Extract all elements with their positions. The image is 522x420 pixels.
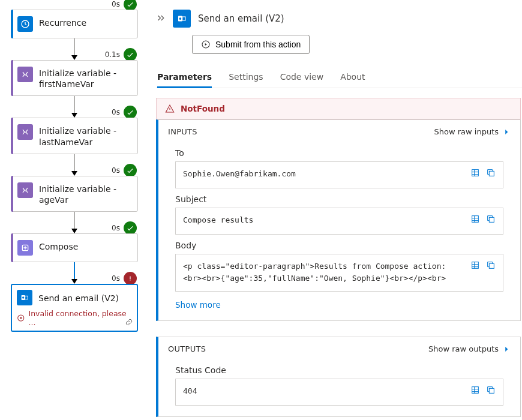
field-value: <p class="editor-paragraph">Results from…	[183, 260, 464, 286]
field-status-code: Status Code404	[175, 365, 503, 406]
outputs-title: OUTPUTS	[168, 344, 206, 353]
accent-bar	[11, 176, 13, 212]
flow-step-compose[interactable]: 0sCompose	[11, 233, 138, 262]
connector-arrow-icon	[71, 212, 77, 233]
variable-icon	[17, 67, 33, 82]
copy-icon[interactable]	[486, 260, 496, 274]
field-value: Compose results	[183, 214, 464, 227]
submit-from-action-button[interactable]: Submit from this action	[192, 35, 310, 54]
inputs-title: INPUTS	[168, 127, 197, 136]
step-label: Initialize variable - firstNameVar	[39, 67, 131, 89]
step-label: Recurrence	[39, 16, 86, 28]
tab-about[interactable]: About	[340, 67, 365, 88]
clock-icon	[17, 16, 33, 32]
step-duration: 0s	[112, 108, 120, 116]
field-to: ToSophie.Owen@fabrikam.com	[175, 148, 503, 188]
field-value: Sophie.Owen@fabrikam.com	[183, 168, 464, 181]
field-value-box: Compose results	[175, 208, 503, 235]
tab-settings[interactable]: Settings	[229, 67, 263, 88]
detail-panel: Send an email (V2) Submit from this acti…	[144, 0, 522, 420]
copy-icon[interactable]	[486, 168, 496, 182]
field-value-box: <p class="editor-paragraph">Results from…	[175, 254, 503, 292]
step-error-message: Invalid connection, please ...	[17, 309, 132, 327]
flow-step-send-email[interactable]: 0sSend an email (V2)Invalid connection, …	[11, 284, 138, 332]
connector-arrow-icon	[71, 262, 77, 284]
field-label: Body	[175, 241, 503, 250]
collapse-panel-button[interactable]	[156, 13, 166, 25]
flow-step-recurrence[interactable]: 0sRecurrence	[11, 10, 138, 38]
step-label: Initialize variable - lastNameVar	[39, 124, 131, 147]
success-icon	[124, 48, 137, 61]
field-label: Status Code	[175, 365, 503, 375]
table-view-icon[interactable]	[470, 214, 480, 228]
field-value: 404	[183, 385, 464, 398]
field-label: To	[175, 148, 503, 158]
field-label: Subject	[175, 194, 503, 204]
flow-step-init-first[interactable]: 0.1sInitialize variable - firstNameVar	[11, 60, 138, 96]
copy-icon[interactable]	[486, 385, 496, 399]
step-label: Send an email (V2)	[38, 292, 119, 304]
step-duration: 0s	[112, 0, 120, 8]
show-raw-outputs-button[interactable]: Show raw outputs	[428, 344, 511, 353]
variable-icon	[17, 182, 33, 198]
variable-icon	[17, 124, 33, 140]
accent-bar	[11, 60, 13, 96]
step-duration: 0.1s	[105, 50, 120, 59]
tab-codeview[interactable]: Code view	[280, 67, 324, 88]
show-raw-inputs-button[interactable]: Show raw inputs	[434, 127, 511, 136]
show-raw-inputs-label: Show raw inputs	[434, 127, 499, 136]
compose-icon	[17, 240, 33, 256]
step-label: Initialize variable - ageVar	[39, 182, 131, 205]
accent-bar	[11, 10, 13, 38]
error-icon	[124, 272, 137, 285]
success-icon	[124, 106, 137, 119]
connector-arrow-icon	[71, 154, 77, 176]
accent-bar	[11, 118, 13, 154]
show-raw-outputs-label: Show raw outputs	[428, 344, 499, 353]
tabs: ParametersSettingsCode viewAbout	[156, 67, 522, 88]
connector-arrow-icon	[71, 38, 77, 60]
table-view-icon[interactable]	[470, 385, 480, 399]
step-duration: 0s	[112, 224, 120, 232]
table-view-icon[interactable]	[470, 168, 480, 182]
flow-step-init-age[interactable]: 0sInitialize variable - ageVar	[11, 176, 138, 212]
show-more-button[interactable]: Show more	[175, 300, 503, 310]
inputs-section: INPUTS Show raw inputs ToSophie.Owen@fab…	[156, 119, 521, 321]
field-subject: SubjectCompose results	[175, 194, 503, 235]
error-banner: NotFound	[156, 98, 521, 119]
field-value-box: Sophie.Owen@fabrikam.com	[175, 161, 503, 188]
detail-title: Send an email (V2)	[198, 13, 284, 24]
success-icon	[124, 221, 137, 235]
outlook-icon	[173, 10, 191, 28]
step-label: Compose	[39, 240, 78, 252]
field-body: Body<p class="editor-paragraph">Results …	[175, 241, 503, 292]
connector-arrow-icon	[71, 96, 77, 118]
outputs-section: OUTPUTS Show raw outputs Status Code404	[156, 337, 521, 417]
success-icon	[124, 164, 137, 177]
link-icon	[125, 318, 133, 328]
accent-bar	[11, 233, 13, 262]
error-banner-text: NotFound	[181, 104, 225, 113]
field-value-box: 404	[175, 379, 503, 406]
step-duration: 0s	[112, 274, 120, 283]
copy-icon[interactable]	[486, 214, 496, 228]
step-duration: 0s	[112, 166, 120, 175]
tab-parameters[interactable]: Parameters	[157, 67, 212, 88]
flow-steps-column: 0sRecurrence0.1sInitialize variable - fi…	[0, 0, 144, 420]
flow-step-init-last[interactable]: 0sInitialize variable - lastNameVar	[11, 118, 138, 154]
submit-label: Submit from this action	[215, 40, 301, 49]
outlook-icon	[17, 290, 32, 305]
table-view-icon[interactable]	[470, 260, 480, 274]
